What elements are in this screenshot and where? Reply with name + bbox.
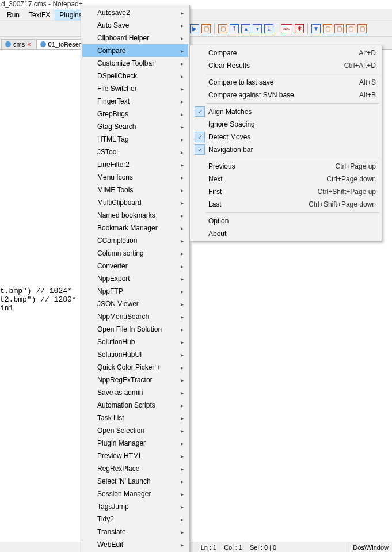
play-icon[interactable]: ▶ [190, 24, 199, 33]
submenu-arrow-icon [169, 376, 184, 384]
plugins-item-nppftp[interactable]: NppFTP [82, 285, 188, 298]
compare-item-compare[interactable]: CompareAlt+D [191, 47, 380, 59]
plugins-item-auto-save[interactable]: Auto Save [82, 19, 188, 32]
menu-item-label: Quick Color Picker + [97, 363, 169, 371]
compare-item-first[interactable]: FirstCtrl+Shift+Page up [191, 185, 380, 198]
compare-item-last[interactable]: LastCtrl+Shift+Page down [191, 198, 380, 211]
plugins-item-file-switcher[interactable]: File Switcher [82, 82, 188, 95]
plugins-item-nppexport[interactable]: NppExport [82, 272, 188, 285]
menu-textfx[interactable]: TextFX [24, 10, 55, 20]
plugins-item-open-file-in-solution[interactable]: Open File In Solution [82, 323, 188, 336]
compare-item-option[interactable]: Option [191, 215, 380, 227]
plugins-item-plugin-manager[interactable]: Plugin Manager [82, 437, 188, 450]
plugins-item-column-sorting[interactable]: Column sorting [82, 247, 188, 260]
plugins-item-tagsjump[interactable]: TagsJump [82, 500, 188, 513]
submenu-arrow-icon [169, 427, 184, 435]
submenu-arrow-icon [169, 313, 184, 321]
box-icon[interactable]: ▢ [346, 24, 355, 33]
bug-icon[interactable]: ✱ [295, 24, 304, 33]
plugins-item-autosave2[interactable]: Autosave2 [82, 6, 188, 19]
plugins-item-html-tag[interactable]: HTML Tag [82, 133, 188, 146]
menu-item-label: Converter [97, 262, 169, 270]
compare-item-previous[interactable]: PreviousCtrl+Page up [191, 160, 380, 173]
submenu-arrow-icon [169, 490, 184, 498]
menu-item-label: TagsJump [97, 502, 169, 511]
window2-icon[interactable]: ▢ [334, 24, 344, 33]
plugins-item-clipboard-helper[interactable]: Clipboard Helper [82, 32, 188, 44]
plugins-item-jstool[interactable]: JSTool [82, 146, 188, 158]
submenu-arrow-icon [169, 540, 184, 549]
plugins-item-save-as-admin[interactable]: Save as admin [82, 386, 188, 399]
collapse-top-icon[interactable]: ⤒ [230, 24, 239, 33]
plugins-item-nppmenusearch[interactable]: NppMenuSearch [82, 310, 188, 323]
tab-cms[interactable]: cms × [1, 39, 35, 49]
menu-item-label: Autosave2 [97, 9, 169, 17]
plugins-item-linefilter2[interactable]: LineFilter2 [82, 158, 188, 171]
plugins-item-named-bookmarks[interactable]: Named bookmarks [82, 209, 188, 222]
plugins-item-compare[interactable]: Compare [82, 44, 188, 57]
plugins-item-translate[interactable]: Translate [82, 526, 188, 538]
menu-item-label: Compare [208, 49, 341, 57]
plugins-item-json-viewer[interactable]: JSON Viewer [82, 298, 188, 310]
menu-run[interactable]: Run [2, 10, 24, 20]
plugins-item-webedit[interactable]: WebEdit [82, 538, 188, 551]
expand-bottom-icon[interactable]: ⤓ [264, 24, 273, 33]
compare-item-detect-moves[interactable]: ✓Detect Moves [191, 131, 380, 143]
brackets-icon[interactable]: ▢ [357, 24, 367, 33]
plugins-item-session-manager[interactable]: Session Manager [82, 488, 188, 500]
menu-item-label: Navigation bar [208, 146, 376, 154]
submenu-arrow-icon [169, 85, 184, 93]
plugins-item-open-selection[interactable]: Open Selection [82, 424, 188, 437]
expand-down-icon[interactable]: ▾ [253, 24, 262, 33]
menu-item-label: Column sorting [97, 249, 169, 257]
plugins-item-tidy2[interactable]: Tidy2 [82, 513, 188, 526]
plugins-item-grepbugs[interactable]: GrepBugs [82, 108, 188, 120]
compare-item-compare-against-svn-base[interactable]: Compare against SVN baseAlt+B [191, 89, 380, 101]
compare-submenu: CompareAlt+DClear ResultsCtrl+Alt+DCompa… [189, 45, 382, 242]
close-icon[interactable]: × [27, 41, 31, 48]
plugins-item-ccompletion[interactable]: CCompletion [82, 234, 188, 247]
submenu-arrow-icon [169, 199, 184, 207]
plugins-item-fingertext[interactable]: FingerText [82, 95, 188, 108]
menu-item-label: Automation Scripts [97, 401, 169, 409]
plugins-item-converter[interactable]: Converter [82, 260, 188, 272]
menu-item-label: Compare [97, 47, 169, 55]
submenu-arrow-icon [169, 110, 184, 118]
plugins-item-quick-color-picker-[interactable]: Quick Color Picker + [82, 361, 188, 374]
menu-item-label: SolutionHub [97, 338, 169, 346]
window-icon[interactable]: ▢ [201, 24, 211, 33]
plugins-item-regrexplace[interactable]: RegRexPlace [82, 462, 188, 475]
compare-item-ignore-spacing[interactable]: Ignore Spacing [191, 118, 380, 131]
plugins-item-nppregextractor[interactable]: NppRegExTractor [82, 374, 188, 386]
plugins-item-mime-tools[interactable]: MIME Tools [82, 184, 188, 196]
compare-item-clear-results[interactable]: Clear ResultsCtrl+Alt+D [191, 59, 380, 72]
compare-item-compare-to-last-save[interactable]: Compare to last saveAlt+S [191, 76, 380, 89]
menu-item-label: JSTool [97, 148, 169, 156]
compare-item-next[interactable]: NextCtrl+Page down [191, 173, 380, 185]
abc-icon[interactable]: abc [281, 24, 292, 33]
plugins-item-menu-icons[interactable]: Menu Icons [82, 171, 188, 184]
plugins-item-solutionhub[interactable]: SolutionHub [82, 336, 188, 348]
submenu-arrow-icon [169, 338, 184, 346]
check-icon: ✓ [195, 106, 205, 117]
plugins-item-multiclipboard[interactable]: MultiClipboard [82, 196, 188, 209]
plugins-item-bookmark-manager[interactable]: Bookmark Manager [82, 222, 188, 234]
collapse-up-icon[interactable]: ▴ [241, 24, 250, 33]
tab-label: cms [13, 41, 25, 48]
plugins-item-gtag-search[interactable]: Gtag Search [82, 120, 188, 133]
monitor-icon[interactable]: ▢ [218, 24, 227, 33]
plugins-item-select-n-launch[interactable]: Select 'N' Launch [82, 475, 188, 488]
editor-text: t.bmp") // 1024* t2.bmp") // 1280* in1 [0, 287, 77, 313]
plugins-item-automation-scripts[interactable]: Automation Scripts [82, 399, 188, 412]
compare-item-align-matches[interactable]: ✓Align Matches [191, 105, 380, 118]
copy-icon[interactable]: ▢ [323, 24, 332, 33]
compare-item-navigation-bar[interactable]: ✓Navigation bar [191, 143, 380, 156]
compare-item-about[interactable]: About [191, 227, 380, 240]
submenu-arrow-icon [169, 351, 184, 359]
plugins-item-dspellcheck[interactable]: DSpellCheck [82, 70, 188, 82]
plugins-item-task-list[interactable]: Task List [82, 412, 188, 424]
funnel-icon[interactable]: ▼ [311, 24, 321, 33]
plugins-item-customize-toolbar[interactable]: Customize Toolbar [82, 57, 188, 70]
plugins-item-solutionhubui[interactable]: SolutionHubUI [82, 348, 188, 361]
plugins-item-preview-html[interactable]: Preview HTML [82, 450, 188, 462]
